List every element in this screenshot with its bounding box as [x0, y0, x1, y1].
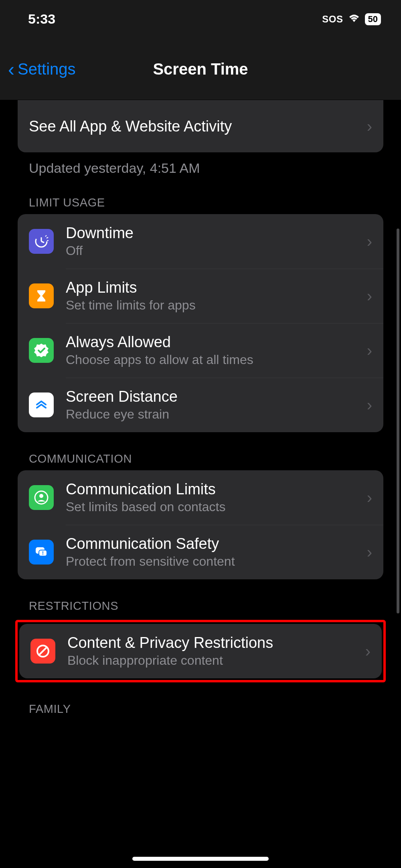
see-all-activity-label: See All App & Website Activity	[29, 118, 232, 135]
always-allowed-sub: Choose apps to allow at all times	[66, 352, 363, 367]
wifi-icon	[348, 14, 360, 25]
see-all-activity-row[interactable]: See All App & Website Activity ›	[18, 100, 383, 152]
screen-distance-icon	[29, 393, 54, 417]
svg-text:!: !	[42, 550, 44, 556]
person-circle-icon	[29, 485, 54, 510]
nav-header: ‹ Settings Screen Time	[0, 38, 401, 100]
communication-limits-sub: Set limits based on contacts	[66, 500, 363, 514]
chat-alert-icon: !	[29, 540, 54, 565]
no-entry-icon	[30, 639, 55, 664]
scrollbar-thumb[interactable]	[397, 229, 399, 613]
always-allowed-title: Always Allowed	[66, 334, 363, 351]
chevron-right-icon: ›	[367, 287, 372, 305]
activity-updated-text: Updated yesterday, 4:51 AM	[18, 152, 383, 176]
communication-limits-row[interactable]: Communication Limits Set limits based on…	[18, 470, 383, 525]
content-privacy-sub: Block inappropriate content	[67, 653, 361, 668]
communication-group: Communication Limits Set limits based on…	[18, 470, 383, 579]
family-header: FAMILY	[18, 682, 383, 720]
chevron-right-icon: ›	[367, 543, 372, 561]
communication-header: COMMUNICATION	[18, 432, 383, 470]
page-title: Screen Time	[153, 60, 248, 78]
chevron-right-icon: ›	[367, 396, 372, 414]
content-privacy-row[interactable]: Content & Privacy Restrictions Block ina…	[19, 624, 382, 678]
status-time: 5:33	[28, 11, 55, 27]
svg-point-7	[39, 494, 43, 498]
always-allowed-row[interactable]: Always Allowed Choose apps to allow at a…	[18, 323, 383, 378]
svg-line-4	[47, 237, 48, 238]
svg-line-3	[45, 235, 47, 237]
svg-line-12	[39, 647, 47, 655]
content-area: See All App & Website Activity › Updated…	[0, 100, 401, 720]
chevron-right-icon: ›	[365, 642, 371, 660]
screen-distance-title: Screen Distance	[66, 388, 363, 405]
app-limits-sub: Set time limits for apps	[66, 298, 363, 313]
chevron-right-icon: ›	[367, 233, 372, 251]
app-limits-row[interactable]: App Limits Set time limits for apps ›	[18, 269, 383, 323]
downtime-sub: Off	[66, 243, 363, 258]
content-privacy-title: Content & Privacy Restrictions	[67, 634, 361, 652]
annotation-highlight: Content & Privacy Restrictions Block ina…	[15, 620, 386, 682]
chevron-right-icon: ›	[367, 117, 372, 136]
communication-limits-title: Communication Limits	[66, 481, 363, 498]
limit-usage-group: Downtime Off › App Limits Set time limit…	[18, 214, 383, 432]
check-seal-icon	[29, 338, 54, 363]
app-limits-title: App Limits	[66, 279, 363, 296]
home-indicator[interactable]	[132, 857, 269, 861]
chevron-right-icon: ›	[367, 489, 372, 507]
communication-safety-sub: Protect from sensitive content	[66, 554, 363, 569]
status-indicators: SOS 50	[322, 13, 381, 25]
downtime-icon	[29, 229, 54, 254]
restrictions-group: Content & Privacy Restrictions Block ina…	[19, 624, 382, 678]
chevron-left-icon: ‹	[8, 58, 14, 80]
svg-line-2	[41, 241, 44, 243]
back-button[interactable]: ‹ Settings	[0, 58, 76, 80]
limit-usage-header: LIMIT USAGE	[18, 176, 383, 214]
screen-distance-row[interactable]: Screen Distance Reduce eye strain ›	[18, 378, 383, 432]
hourglass-icon	[29, 283, 54, 308]
downtime-row[interactable]: Downtime Off ›	[18, 214, 383, 269]
back-label: Settings	[18, 60, 76, 78]
downtime-title: Downtime	[66, 225, 363, 242]
chevron-right-icon: ›	[367, 342, 372, 360]
status-bar: 5:33 SOS 50	[0, 0, 401, 38]
sos-indicator: SOS	[322, 14, 343, 25]
battery-indicator: 50	[365, 13, 381, 25]
restrictions-header: RESTRICTIONS	[18, 579, 383, 617]
screen-distance-sub: Reduce eye strain	[66, 407, 363, 422]
activity-group: See All App & Website Activity ›	[18, 100, 383, 152]
communication-safety-row[interactable]: ! Communication Safety Protect from sens…	[18, 525, 383, 579]
communication-safety-title: Communication Safety	[66, 535, 363, 552]
